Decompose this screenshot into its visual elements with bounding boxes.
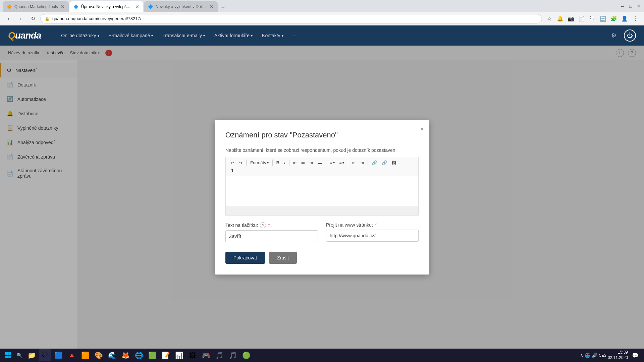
power-button[interactable]: ⏻ — [624, 29, 636, 42]
browser-titlebar: 🔶 Quanda Marketing Tools ✕ 🔷 Úprava: Nov… — [0, 0, 644, 12]
tray-volume-icon[interactable]: 🔊 — [592, 353, 597, 358]
add-tab-button[interactable]: + — [218, 3, 228, 12]
taskbar-app-files[interactable]: 📁 — [25, 349, 38, 361]
pdf-icon[interactable]: 📄 — [577, 14, 586, 23]
reload-button[interactable]: ↻ — [28, 14, 38, 23]
tab-close-1[interactable]: ✕ — [61, 4, 65, 9]
nav-item-kontakty[interactable]: Kontakty ▾ — [258, 30, 287, 41]
extensions-icon[interactable]: 🧩 — [609, 14, 619, 23]
close-button[interactable]: ✕ — [636, 3, 641, 9]
settings-icon[interactable]: ⚙ — [608, 29, 620, 42]
form-fields-row: Text na tlačítku: ? * Přejít na www strá… — [225, 222, 419, 242]
notification-icon[interactable]: 🔔 — [555, 14, 565, 23]
ces-label[interactable]: CES — [599, 353, 606, 357]
taskbar-app-steam[interactable]: 🎮 — [200, 349, 212, 361]
toolbar-divider — [348, 160, 348, 166]
svg-rect-1 — [8, 352, 11, 355]
nav-item-transakcni-emaily[interactable]: Transakční e-maily ▾ — [158, 30, 209, 41]
modal-description: Napište oznámení, které se zobrazí respo… — [225, 147, 419, 153]
nav-item-more[interactable]: ··· — [289, 30, 301, 41]
modal-close-button[interactable]: × — [420, 125, 424, 133]
nav-item-emailove-kampane[interactable]: E-mailové kampaně ▾ — [105, 30, 157, 41]
address-text: quanda.onquanda.com/survey/general/78217… — [52, 16, 141, 21]
sync-icon[interactable]: 🔄 — [598, 14, 608, 23]
link-button[interactable]: 🔗 — [370, 159, 379, 166]
forward-button[interactable]: › — [16, 14, 25, 23]
back-button[interactable]: ‹ — [4, 14, 13, 23]
nav-item-online-dotazniky[interactable]: Online dotazníky ▾ — [57, 30, 103, 41]
taskbar-app-edge[interactable]: 🌊 — [106, 349, 118, 361]
menu-icon[interactable]: ⋮ — [631, 14, 640, 23]
taskbar-app-blue[interactable]: 🟦 — [52, 349, 64, 361]
taskbar-app-music[interactable]: 🎵 — [213, 349, 225, 361]
nav-item-aktivni-formulare[interactable]: Aktivní formuláře ▾ — [210, 30, 257, 41]
start-button[interactable] — [3, 350, 13, 361]
url-input[interactable] — [326, 230, 419, 242]
tab-favicon-1: 🔶 — [7, 4, 12, 9]
editor-content-area[interactable] — [225, 176, 419, 206]
align-justify-button[interactable]: ▬ — [316, 159, 324, 166]
indent-less-button[interactable]: ⇤ — [350, 159, 358, 166]
redo-button[interactable]: ↪ — [237, 159, 245, 166]
window-controls: – □ ✕ — [620, 3, 641, 9]
tray-chevron-icon[interactable]: ∧ — [580, 353, 583, 358]
tab-close-3[interactable]: ✕ — [210, 4, 214, 9]
align-left-button[interactable]: ⇤ — [291, 159, 299, 166]
modal-dialog: × Oznámení pro stav "Pozastaveno" Napišt… — [215, 120, 429, 275]
minimize-button[interactable]: – — [620, 3, 625, 9]
taskbar-app-spotify[interactable]: 🎵 — [227, 349, 239, 361]
ordered-list-button[interactable]: ≡ ▾ — [337, 159, 346, 166]
unlink-button[interactable]: 🔗 — [380, 159, 389, 166]
lock-icon: 🔒 — [45, 16, 50, 21]
browser-tab-2[interactable]: 🔷 Úprava: Novinky a vylepšení v D... ✕ — [69, 1, 143, 12]
button-text-group: Text na tlačítku: ? * — [225, 222, 318, 242]
cancel-button[interactable]: Zrušit — [269, 252, 297, 264]
align-right-button[interactable]: ⇥ — [307, 159, 315, 166]
taskbar-app-psx[interactable]: 🖼 — [186, 349, 199, 361]
formats-button[interactable]: Formáty ▾ — [248, 159, 271, 166]
taskbar-app-shield[interactable]: 🛡 — [39, 349, 51, 361]
svg-rect-2 — [5, 356, 8, 358]
align-center-button[interactable]: ═ — [300, 159, 307, 166]
undo-button[interactable]: ↩ — [228, 159, 236, 166]
svg-rect-0 — [5, 352, 8, 355]
rich-text-editor[interactable]: ↩ ↪ Formáty ▾ B I ⇤ ═ ⇥ ▬ ≡ ▾ — [225, 157, 419, 216]
app-logo: Quanda — [8, 30, 41, 41]
browser-tab-1[interactable]: 🔶 Quanda Marketing Tools ✕ — [3, 1, 69, 12]
maximize-button[interactable]: □ — [628, 3, 633, 9]
address-bar[interactable]: 🔒 quanda.onquanda.com/survey/general/782… — [40, 14, 542, 23]
modal-title: Oznámení pro stav "Pozastaveno" — [225, 131, 419, 139]
taskbar-app-paint[interactable]: 🎨 — [93, 349, 105, 361]
upload-button[interactable]: ⬆ — [228, 167, 236, 174]
taskbar-app-red[interactable]: 🔺 — [66, 349, 78, 361]
image-button[interactable]: 🖼 — [390, 159, 398, 166]
help-icon[interactable]: ? — [260, 222, 266, 228]
button-text-input[interactable] — [225, 230, 318, 242]
bookmark-icon[interactable]: ☆ — [545, 14, 554, 23]
taskbar-app-word[interactable]: 📝 — [160, 349, 172, 361]
indent-more-button[interactable]: ⇥ — [358, 159, 366, 166]
browser-tab-3[interactable]: 🔷 Novinky a vylepšení v Dotazníci... ✕ — [144, 1, 218, 12]
taskbar-app-cmd[interactable]: 🟢 — [240, 349, 252, 361]
taskbar-app-excel[interactable]: 📊 — [173, 349, 185, 361]
url-group: Přejít na www stránku: * — [326, 222, 419, 242]
italic-button[interactable]: I — [282, 159, 287, 166]
bullet-list-button[interactable]: ≡ ▾ — [328, 159, 337, 166]
taskbar-clock[interactable]: 15:39 02.11.2020 — [608, 350, 628, 360]
taskbar-app-firefox[interactable]: 🦊 — [119, 349, 131, 361]
taskbar-notification-button[interactable]: 💬 — [629, 349, 641, 361]
taskbar-app-orange[interactable]: 🟧 — [79, 349, 91, 361]
taskbar: 🔍 📁 🛡 🟦 🔺 🟧 🎨 🌊 🦊 🌐 🟩 📝 📊 🖼 🎮 🎵 🎵 🟢 ∧ 🌐 … — [0, 349, 644, 362]
taskbar-date-value: 02.11.2020 — [608, 355, 628, 361]
taskbar-app-green[interactable]: 🟩 — [146, 349, 158, 361]
bold-button[interactable]: B — [274, 159, 281, 166]
tab-close-2[interactable]: ✕ — [135, 4, 139, 9]
tray-network-icon[interactable]: 🌐 — [585, 353, 590, 358]
profile-icon[interactable]: 👤 — [620, 14, 629, 23]
taskbar-app-chrome[interactable]: 🌐 — [133, 349, 145, 361]
shield-icon[interactable]: 🛡 — [588, 14, 597, 23]
chevron-down-icon: ▾ — [333, 161, 335, 165]
taskbar-search-button[interactable]: 🔍 — [15, 351, 24, 360]
continue-button[interactable]: Pokračovat — [225, 252, 265, 264]
camera-icon[interactable]: 📷 — [566, 14, 576, 23]
